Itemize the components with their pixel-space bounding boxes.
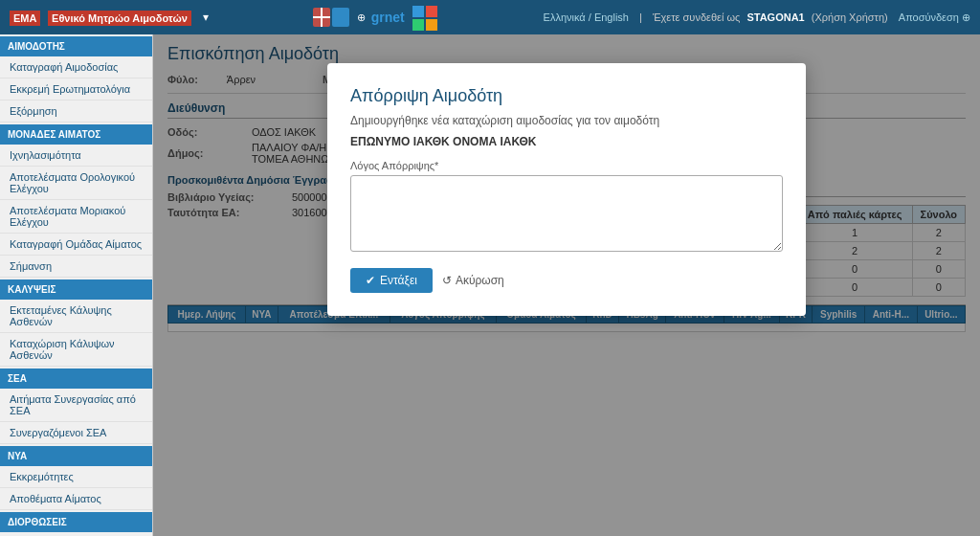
sidebar-item-moriako[interactable]: Αποτελέσματα Μοριακού Ελέγχου (0, 200, 152, 234)
nsph-logo (313, 4, 351, 31)
sidebar-section-kalypsis: ΚΑΛΥΨΕΙΣ Εκτεταμένες Κάλυψης Ασθενών Κατ… (0, 279, 152, 367)
sidebar-item-ekkremis-erwtim[interactable]: Εκκρεμή Ερωτηματολόγια (0, 78, 152, 100)
submit-button[interactable]: ✔ Εντάξει (350, 268, 433, 293)
sidebar-title-sea: ΣΕΑ (0, 368, 152, 389)
svg-rect-7 (426, 19, 437, 31)
app-logo: EMA Εθνικό Μητρώο Αιμοδοτών (10, 11, 195, 25)
center-logos: ⊕ grnet (313, 4, 439, 31)
modal-description: Δημιουργήθηκε νέα καταχώριση αιμοδοσίας … (350, 114, 783, 127)
sidebar-item-synergaz-sea[interactable]: Συνεργαζόμενοι ΣΕΑ (0, 422, 152, 444)
sidebar-item-katax-kal[interactable]: Καταχώριση Κάλυψων Ασθενών (0, 333, 152, 367)
username: STAGONA1 (746, 11, 804, 23)
lang-switch[interactable]: Ελληνικά / English (544, 11, 629, 23)
sidebar-item-apothemata[interactable]: Αποθέματα Αίματος (0, 488, 152, 510)
modal-buttons: ✔ Εντάξει ↺ Ακύρωση (350, 268, 783, 293)
sidebar-title-nya: ΝΥΑ (0, 446, 152, 466)
top-bar: EMA Εθνικό Μητρώο Αιμοδοτών ▾ ⊕ grnet Ελ… (0, 0, 980, 34)
sidebar-title-monades: ΜΟΝΑΔΕΣ ΑΙΜΑΤΟΣ (0, 124, 152, 145)
modal-overlay: Απόρριψη Αιμοδότη Δημιουργήθηκε νέα κατα… (153, 34, 980, 536)
dropdown-icon[interactable]: ▾ (203, 11, 209, 24)
sidebar-item-ichnilasimotita[interactable]: Ιχνηλασιμότητα (0, 145, 152, 167)
logout-button[interactable]: Αποσύνδεση ⊕ (899, 11, 970, 23)
sidebar-item-orologiko[interactable]: Αποτελέσματα Ορολογικού Ελέγχου (0, 167, 152, 200)
sidebar-item-exormisi[interactable]: Εξόρμηση (0, 100, 152, 123)
rejection-reason-input[interactable] (350, 175, 783, 252)
sidebar-item-simainsi[interactable]: Σήμανση (0, 256, 152, 278)
sidebar-section-diorthoseis: ΔΙΟΡΘΩΣΕΙΣ Διόρθωση Στοιχείων Ερωτηματολ… (0, 512, 152, 536)
cancel-button[interactable]: ↺ Ακύρωση (442, 274, 504, 287)
rejection-modal: Απόρριψη Αιμοδότη Δημιουργήθηκε νέα κατα… (327, 63, 806, 316)
modal-subject: ΕΠΩΝΥΜΟ ΙΑΚΘΚ ΟΝΟΜΑ ΙΑΚΘΚ (350, 135, 783, 148)
rejection-field-label: Λόγος Απόρριψης* (350, 160, 783, 171)
sidebar-section-monades: ΜΟΝΑΔΕΣ ΑΙΜΑΤΟΣ Ιχνηλασιμότητα Αποτελέσμ… (0, 124, 152, 278)
submit-label: Εντάξει (380, 274, 417, 287)
check-icon: ✔ (366, 274, 375, 287)
sidebar-item-omada-aimatos[interactable]: Καταγραφή Ομάδας Αίματος (0, 234, 152, 256)
svg-rect-5 (426, 6, 437, 17)
svg-rect-1 (332, 8, 349, 27)
cancel-icon: ↺ (442, 274, 452, 287)
main-layout: ΑΙΜΟΔΟΤΗΣ Καταγραφή Αιμοδοσίας Εκκρεμή Ε… (0, 34, 980, 536)
grnet-logo: grnet (371, 10, 405, 25)
logo-abbr: EMA (10, 11, 40, 26)
modal-title: Απόρριψη Αιμοδότη (350, 86, 783, 106)
sidebar-item-diorthosi-stoich[interactable]: Διόρθωση Στοιχείων Ερωτηματολογίων (0, 532, 152, 536)
sidebar-item-katag-aimodosias[interactable]: Καταγραφή Αιμοδοσίας (0, 56, 152, 78)
sidebar-item-ekteta-kal[interactable]: Εκτεταμένες Κάλυψης Ασθενών (0, 300, 152, 333)
svg-rect-6 (412, 19, 424, 31)
sidebar-title-kalypsis: ΚΑΛΥΨΕΙΣ (0, 279, 152, 300)
sidebar-section-aimodotis: ΑΙΜΟΔΟΤΗΣ Καταγραφή Αιμοδοσίας Εκκρεμή Ε… (0, 36, 152, 123)
sidebar-section-sea: ΣΕΑ Αιτήματα Συνεργασίας από ΣΕΑ Συνεργα… (0, 368, 152, 444)
user-role: (Χρήση Χρήστη) (812, 11, 888, 23)
user-connected-text: Έχετε συνδεθεί ως (653, 11, 740, 23)
sidebar-title-diorthoseis: ΔΙΟΡΘΩΣΕΙΣ (0, 512, 152, 532)
sidebar-item-ekkremotites[interactable]: Εκκρεμότητες (0, 466, 152, 488)
sidebar: ΑΙΜΟΔΟΤΗΣ Καταγραφή Αιμοδοσίας Εκκρεμή Ε… (0, 34, 153, 536)
user-info: Ελληνικά / English | Έχετε συνδεθεί ως S… (544, 11, 970, 24)
svg-rect-4 (412, 6, 424, 17)
sidebar-section-nya: ΝΥΑ Εκκρεμότητες Αποθέματα Αίματος (0, 446, 152, 510)
logo-text: Εθνικό Μητρώο Αιμοδοτών (48, 11, 191, 26)
sidebar-title-aimodotis: ΑΙΜΟΔΟΤΗΣ (0, 36, 152, 56)
grnet-icon (411, 4, 439, 31)
content-area: Επισκόπηση Αιμοδότη Φύλο: Άρρεν Μορφωτικ… (153, 34, 980, 536)
logo-area: EMA Εθνικό Μητρώο Αιμοδοτών ▾ (10, 11, 209, 25)
sidebar-item-aitimata-sea[interactable]: Αιτήματα Συνεργασίας από ΣΕΑ (0, 389, 152, 422)
cancel-label: Ακύρωση (456, 274, 504, 287)
